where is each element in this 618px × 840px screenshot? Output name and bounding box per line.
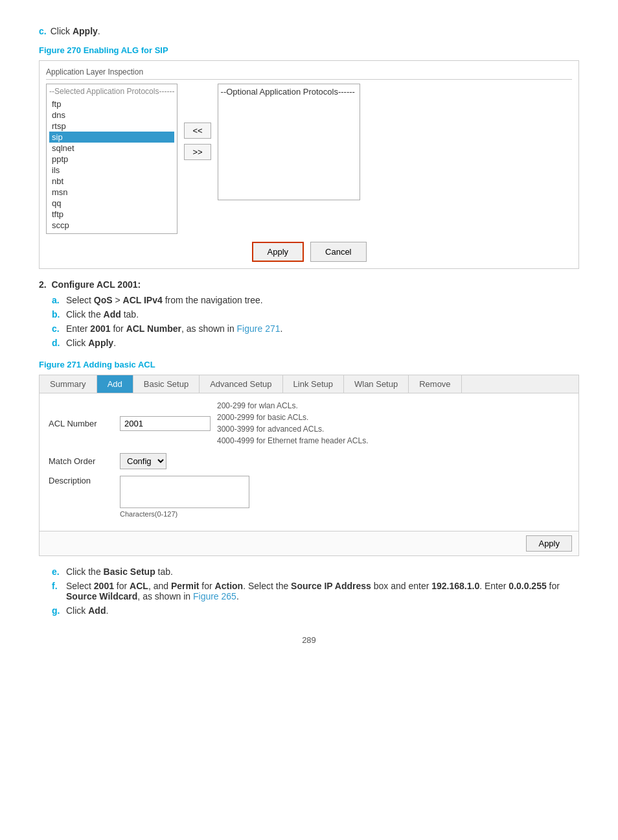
alg-apply-button[interactable]: Apply	[252, 242, 304, 262]
sub-text-a: Select QoS > ACL IPv4 from the navigatio…	[66, 295, 263, 305]
protocol-qq[interactable]: qq	[49, 198, 174, 209]
sub-text-b: Click the Add tab.	[66, 309, 139, 320]
protocol-sccp[interactable]: sccp	[49, 220, 174, 231]
sub-label-d: d.	[52, 338, 62, 348]
description-row: Description Characters(0-127)	[49, 476, 569, 518]
acl-info-line1: 200-299 for wlan ACLs.	[217, 400, 368, 412]
tab-remove[interactable]: Remove	[409, 375, 461, 393]
protocol-ftp[interactable]: ftp	[49, 99, 174, 110]
sub-text-c: Enter 2001 for ACL Number, as shown in F…	[66, 323, 282, 334]
tab-link-setup[interactable]: Link Setup	[283, 375, 344, 393]
step2-num: 2. Configure ACL 2001:	[39, 279, 579, 290]
sub-step-e: e. Click the Basic Setup tab.	[52, 566, 579, 577]
alg-inner: --Selected Application Protocols------ f…	[46, 84, 572, 234]
sub-step-b: b. Click the Add tab.	[52, 309, 579, 320]
acl-body: ACL Number 200-299 for wlan ACLs. 2000-2…	[40, 393, 578, 531]
arrows-col: << >>	[184, 122, 211, 160]
figure271-link[interactable]: Figure 271	[237, 323, 280, 334]
step2-block: 2. Configure ACL 2001: a. Select QoS > A…	[39, 279, 579, 348]
char-info: Characters(0-127)	[120, 510, 249, 518]
apply-bold: Apply	[73, 26, 98, 36]
sub-label-b: b.	[52, 309, 62, 320]
acl-apply-button[interactable]: Apply	[526, 535, 572, 552]
sub-text-g: Click Add.	[66, 605, 108, 616]
protocol-sqlnet[interactable]: sqlnet	[49, 143, 174, 154]
acl-apply-row: Apply	[40, 531, 578, 555]
apply-cancel-row: Apply Cancel	[46, 242, 572, 262]
match-order-select[interactable]: Config	[120, 453, 166, 469]
sub-steps-efg: e. Click the Basic Setup tab. f. Select …	[52, 566, 579, 616]
alg-cancel-button[interactable]: Cancel	[310, 242, 366, 262]
sub-step-a: a. Select QoS > ACL IPv4 from the naviga…	[52, 295, 579, 305]
sub-step-f: f. Select 2001 for ACL, and Permit for A…	[52, 581, 579, 601]
page-number: 289	[39, 635, 579, 645]
protocol-sip[interactable]: sip	[49, 132, 174, 143]
sub-label-a: a.	[52, 295, 62, 305]
description-input-area: Characters(0-127)	[120, 476, 249, 518]
protocol-ils[interactable]: ils	[49, 165, 174, 176]
optional-protocols-header: --Optional Application Protocols------	[221, 87, 357, 97]
description-label: Description	[49, 476, 113, 485]
optional-protocols-box: --Optional Application Protocols------	[218, 84, 360, 200]
protocol-msn[interactable]: msn	[49, 187, 174, 198]
tab-basic-setup[interactable]: Basic Setup	[133, 375, 200, 393]
sub-text-d: Click Apply.	[66, 338, 116, 348]
sub-step-g: g. Click Add.	[52, 605, 579, 616]
sub-label-c: c.	[52, 323, 62, 334]
sub-steps: a. Select QoS > ACL IPv4 from the naviga…	[52, 295, 579, 348]
acl-number-input[interactable]	[120, 416, 211, 431]
tab-advanced-setup[interactable]: Advanced Setup	[200, 375, 282, 393]
match-order-row: Match Order Config	[49, 453, 569, 469]
protocol-tftp[interactable]: tftp	[49, 209, 174, 220]
sub-text-e: Click the Basic Setup tab.	[66, 566, 173, 577]
sub-step-c: c. Enter 2001 for ACL Number, as shown i…	[52, 323, 579, 334]
figure-270-title: Figure 270 Enabling ALG for SIP	[39, 45, 579, 55]
step-c-label: c.	[39, 26, 47, 36]
tab-summary[interactable]: Summary	[40, 375, 97, 393]
alg-header: Application Layer Inspection	[46, 67, 572, 80]
sub-label-f: f.	[52, 581, 62, 591]
selected-protocols-box: --Selected Application Protocols------ f…	[46, 84, 177, 234]
acl-number-label: ACL Number	[49, 419, 113, 428]
protocol-dns[interactable]: dns	[49, 110, 174, 121]
sub-step-d: d. Click Apply.	[52, 338, 579, 348]
protocol-rtsp[interactable]: rtsp	[49, 121, 174, 132]
alg-box: Application Layer Inspection --Selected …	[39, 60, 579, 269]
acl-info-line4: 4000-4999 for Ethernet frame header ACLs…	[217, 435, 368, 447]
match-order-label: Match Order	[49, 456, 113, 466]
acl-info: 200-299 for wlan ACLs. 2000-2999 for bas…	[217, 400, 368, 447]
acl-table-box: Summary Add Basic Setup Advanced Setup L…	[39, 375, 579, 556]
description-textarea[interactable]	[120, 476, 249, 508]
sub-label-g: g.	[52, 605, 62, 616]
protocol-nbt[interactable]: nbt	[49, 176, 174, 187]
figure265-link[interactable]: Figure 265	[193, 591, 236, 601]
sub-label-e: e.	[52, 566, 62, 577]
step-c-top: c. Click Apply.	[39, 26, 579, 36]
tab-wlan-setup[interactable]: Wlan Setup	[344, 375, 409, 393]
acl-tabs: Summary Add Basic Setup Advanced Setup L…	[40, 375, 578, 393]
acl-number-row: ACL Number 200-299 for wlan ACLs. 2000-2…	[49, 400, 569, 447]
acl-info-line3: 3000-3999 for advanced ACLs.	[217, 423, 368, 435]
acl-info-line2: 2000-2999 for basic ACLs.	[217, 412, 368, 423]
figure-271-title: Figure 271 Adding basic ACL	[39, 360, 579, 369]
move-right-btn[interactable]: >>	[184, 144, 211, 160]
selected-protocols-header: --Selected Application Protocols------	[49, 87, 174, 96]
move-left-btn[interactable]: <<	[184, 122, 211, 139]
sub-text-f: Select 2001 for ACL, and Permit for Acti…	[66, 581, 579, 601]
step-c-text: Click Apply.	[51, 26, 100, 36]
protocol-pptp[interactable]: pptp	[49, 154, 174, 165]
tab-add[interactable]: Add	[97, 375, 133, 393]
